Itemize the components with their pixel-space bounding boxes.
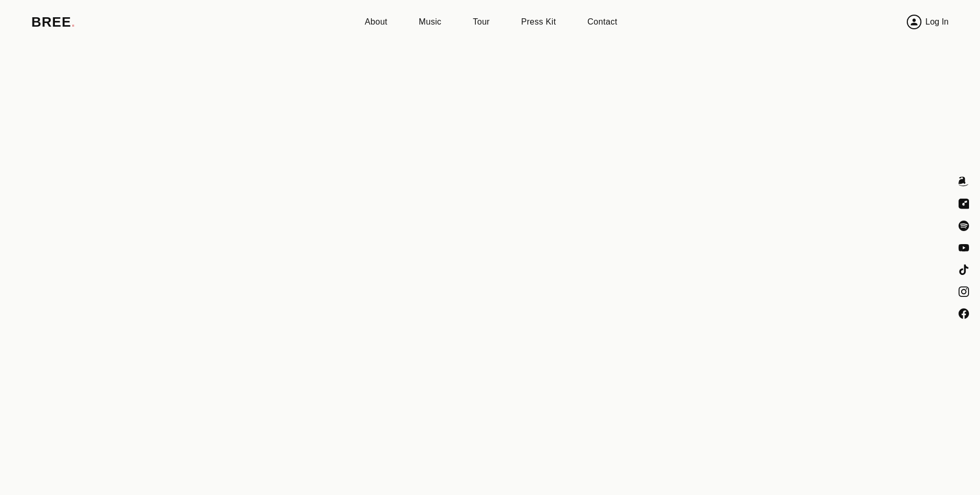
nav-about[interactable]: About bbox=[365, 17, 388, 27]
nav-tour[interactable]: Tour bbox=[473, 17, 489, 27]
facebook-icon[interactable] bbox=[958, 308, 970, 319]
spotify-icon[interactable] bbox=[958, 220, 970, 232]
site-logo[interactable]: BREE. bbox=[31, 14, 75, 30]
nav-music[interactable]: Music bbox=[419, 17, 441, 27]
youtube-icon[interactable] bbox=[958, 242, 970, 254]
nav-contact[interactable]: Contact bbox=[587, 17, 617, 27]
tiktok-icon[interactable] bbox=[958, 264, 970, 275]
main-nav: About Music Tour Press Kit Contact bbox=[365, 17, 618, 27]
site-header: BREE. About Music Tour Press Kit Contact… bbox=[0, 0, 980, 44]
login-label: Log In bbox=[926, 17, 949, 27]
main-content bbox=[0, 44, 980, 495]
apple-music-icon[interactable] bbox=[958, 198, 970, 210]
amazon-music-icon[interactable] bbox=[958, 176, 970, 188]
logo-dot: . bbox=[71, 14, 75, 30]
nav-press-kit[interactable]: Press Kit bbox=[521, 17, 556, 27]
instagram-icon[interactable] bbox=[958, 286, 970, 297]
social-sidebar bbox=[958, 176, 970, 319]
logo-text: BREE bbox=[31, 14, 71, 30]
login-button[interactable]: Log In bbox=[907, 15, 949, 29]
account-icon bbox=[907, 15, 921, 29]
